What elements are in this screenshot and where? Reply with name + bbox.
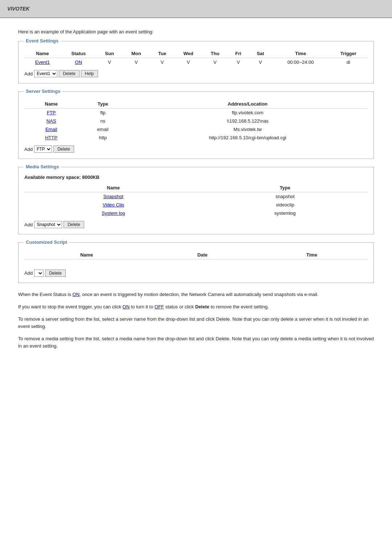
server-controls-row: Add FTP Delete xyxy=(24,145,368,153)
table-row: Email email Ms.vivotek.tw xyxy=(24,125,368,134)
script-controls-row: Add Delete xyxy=(24,270,368,277)
brand-title: VIVOTEK xyxy=(7,6,29,12)
event-tue: V xyxy=(150,58,175,67)
event-delete-button[interactable]: Delete xyxy=(59,70,79,77)
event-settings-table: Name Status Sun Mon Tue Wed Thu Fri Sat … xyxy=(24,49,368,66)
table-row: Video Clip videoclip xyxy=(24,201,368,209)
customized-script-table: Name Date Time xyxy=(24,251,368,266)
server-select[interactable]: FTP xyxy=(34,145,52,153)
event-trigger: di xyxy=(329,58,368,67)
server-address: http://192.168.5.10/cgi-bin/upload.cgi xyxy=(127,134,368,142)
intro-text: Here is an example of the Application pa… xyxy=(18,29,374,34)
event-help-button[interactable]: Help xyxy=(81,70,98,77)
col-tue: Tue xyxy=(150,49,175,58)
media-settings-table: Name Type Snapshot snapshot Video Clip v… xyxy=(24,184,368,217)
event-thu: V xyxy=(202,58,228,67)
p2-on-link[interactable]: ON xyxy=(123,304,130,309)
script-add-label: Add xyxy=(24,270,33,276)
media-select[interactable]: Snapshot xyxy=(34,221,62,228)
table-row xyxy=(24,259,368,266)
col-name: Name xyxy=(24,49,61,58)
media-type: systemlog xyxy=(203,209,368,217)
table-row: Snapshot snapshot xyxy=(24,192,368,201)
col-sat: Sat xyxy=(249,49,272,58)
header-bar: VIVOTEK xyxy=(0,0,392,18)
script-col-name: Name xyxy=(24,251,149,259)
paragraph-2: If you want to stop the event trigger, y… xyxy=(18,303,374,311)
server-type: ftp xyxy=(78,108,127,117)
p1-before: When the Event Status is xyxy=(18,292,73,297)
col-wed: Wed xyxy=(175,49,203,58)
col-trigger: Trigger xyxy=(329,49,368,58)
col-sun: Sun xyxy=(97,49,123,58)
script-col-time: Time xyxy=(256,251,368,259)
event-status[interactable]: ON xyxy=(61,58,97,67)
media-controls-row: Add Snapshot Delete xyxy=(24,221,368,228)
col-fri: Fri xyxy=(228,49,249,58)
col-status: Status xyxy=(61,49,97,58)
p2-before: If you want to stop the event trigger, y… xyxy=(18,304,123,309)
server-address: \\192.168.5.122\nas xyxy=(127,117,368,125)
media-type: snapshot xyxy=(203,192,368,201)
p2-middle: to turn it to xyxy=(130,304,155,309)
table-row: HTTP http http://192.168.5.10/cgi-bin/up… xyxy=(24,134,368,142)
server-col-type: Type xyxy=(78,100,127,108)
server-address: ftp.vivotek.com xyxy=(127,108,368,117)
server-settings-panel: Server Settings Name Type Address/Locati… xyxy=(18,91,374,159)
server-type: email xyxy=(78,125,127,134)
server-name[interactable]: Email xyxy=(24,125,78,134)
event-wed: V xyxy=(175,58,203,67)
media-add-label: Add xyxy=(24,222,33,227)
server-type: http xyxy=(78,134,127,142)
server-col-name: Name xyxy=(24,100,78,108)
event-sat: V xyxy=(249,58,272,67)
customized-script-panel: Customized Script Name Date Time Add Del… xyxy=(18,242,374,283)
server-type: ns xyxy=(78,117,127,125)
table-row: Event1 ON V V V V V V V 00:00~24:00 di xyxy=(24,58,368,67)
server-name[interactable]: FTP xyxy=(24,108,78,117)
server-name[interactable]: NAS xyxy=(24,117,78,125)
p2-after: status or click xyxy=(164,304,195,309)
media-name[interactable]: System log xyxy=(24,209,203,217)
event-time: 00:00~24:00 xyxy=(272,58,329,67)
paragraph-1: When the Event Status is ON, once an eve… xyxy=(18,291,374,298)
event-fri: V xyxy=(228,58,249,67)
media-delete-button[interactable]: Delete xyxy=(64,221,84,228)
script-select[interactable] xyxy=(34,270,44,277)
table-row: System log systemlog xyxy=(24,209,368,217)
table-row: FTP ftp ftp.vivotek.com xyxy=(24,108,368,117)
event-controls-row: Add Event1 Delete Help xyxy=(24,70,368,77)
media-name[interactable]: Video Clip xyxy=(24,201,203,209)
event-sun: V xyxy=(97,58,123,67)
server-col-address: Address/Location xyxy=(127,100,368,108)
customized-script-title: Customized Script xyxy=(24,239,69,245)
event-settings-panel: Event Settings Name Status Sun Mon Tue W… xyxy=(18,41,374,83)
media-name[interactable]: Snapshot xyxy=(24,192,203,201)
server-delete-button[interactable]: Delete xyxy=(53,145,74,153)
available-memory: Available memory space: 8000KB xyxy=(24,175,368,180)
server-add-label: Add xyxy=(24,147,33,152)
server-name[interactable]: HTTP xyxy=(24,134,78,142)
col-time: Time xyxy=(272,49,329,58)
p2-end: to remove the event setting. xyxy=(209,304,269,309)
event-settings-title: Event Settings xyxy=(24,38,61,44)
media-col-name: Name xyxy=(24,184,203,192)
col-thu: Thu xyxy=(202,49,228,58)
server-address: Ms.vivotek.tw xyxy=(127,125,368,134)
p2-off-link[interactable]: OFF xyxy=(155,304,164,309)
paragraph-3: To remove a server setting from the list… xyxy=(18,316,374,330)
main-content: Here is an example of the Application pa… xyxy=(0,18,392,554)
media-settings-panel: Media Settings Available memory space: 8… xyxy=(18,167,374,234)
script-col-date: Date xyxy=(149,251,256,259)
p1-on-link[interactable]: ON xyxy=(73,292,80,297)
event-select[interactable]: Event1 xyxy=(34,70,57,77)
media-type: videoclip xyxy=(203,201,368,209)
p1-after: , once an event is triggered by motion d… xyxy=(79,292,318,297)
event-name[interactable]: Event1 xyxy=(24,58,61,67)
p2-delete-text: Delete xyxy=(195,304,209,309)
event-add-label: Add xyxy=(24,71,33,77)
server-settings-table: Name Type Address/Location FTP ftp ftp.v… xyxy=(24,100,368,142)
media-settings-title: Media Settings xyxy=(24,164,61,169)
script-delete-button[interactable]: Delete xyxy=(45,270,66,277)
event-mon: V xyxy=(122,58,150,67)
